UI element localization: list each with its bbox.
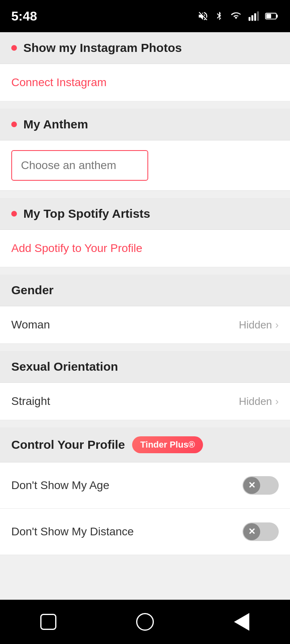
sexual-orientation-status-text: Hidden	[239, 395, 272, 408]
anthem-section-title: My Anthem	[23, 118, 88, 131]
svg-rect-0	[249, 17, 251, 21]
gender-title: Gender	[11, 283, 54, 297]
dont-show-distance-thumb: ✕	[243, 523, 260, 540]
signal-icon	[248, 10, 259, 22]
gender-status-text: Hidden	[239, 319, 272, 331]
status-bar: 5:48	[0, 0, 290, 32]
instagram-section-header: Show my Instagram Photos	[0, 32, 290, 64]
divider-3	[0, 267, 290, 275]
add-spotify-link[interactable]: Add Spotify to Your Profile	[0, 230, 290, 267]
anthem-bullet	[11, 122, 17, 127]
svg-rect-3	[257, 11, 259, 21]
status-time: 5:48	[11, 9, 37, 24]
gender-value: Woman	[11, 318, 50, 331]
divider-5	[0, 420, 290, 427]
control-profile-title: Control Your Profile	[11, 438, 125, 452]
gender-row[interactable]: Woman Hidden ›	[0, 306, 290, 344]
sexual-orientation-status: Hidden ›	[239, 395, 279, 408]
wifi-icon	[230, 10, 242, 22]
sexual-orientation-chevron: ›	[275, 395, 279, 408]
control-profile-header: Control Your Profile Tinder Plus®	[0, 427, 290, 462]
spotify-section-title: My Top Spotify Artists	[23, 207, 150, 221]
battery-icon	[265, 10, 279, 22]
dont-show-age-track: ✕	[242, 476, 279, 495]
gender-section-header: Gender	[0, 275, 290, 306]
nav-circle-icon	[136, 613, 154, 631]
nav-square-icon	[40, 614, 56, 630]
dont-show-distance-x-icon: ✕	[248, 527, 255, 536]
anthem-input-wrapper	[0, 140, 290, 191]
gender-chevron: ›	[275, 319, 279, 331]
divider-2	[0, 191, 290, 198]
svg-rect-5	[276, 14, 278, 17]
dont-show-distance-label: Don't Show My Distance	[11, 525, 134, 538]
dont-show-age-x-icon: ✕	[248, 481, 255, 490]
instagram-section-title: Show my Instagram Photos	[23, 41, 182, 55]
anthem-input[interactable]	[11, 150, 148, 181]
nav-back-button[interactable]	[226, 606, 258, 638]
tinder-plus-badge: Tinder Plus®	[132, 436, 203, 453]
status-icons	[197, 10, 279, 22]
spotify-bullet	[11, 211, 17, 217]
svg-rect-2	[254, 13, 256, 21]
instagram-bullet	[11, 45, 17, 51]
connect-instagram-link[interactable]: Connect Instagram	[0, 64, 290, 101]
dont-show-age-thumb: ✕	[243, 477, 260, 494]
dont-show-age-row: Don't Show My Age ✕	[0, 462, 290, 509]
dont-show-distance-toggle[interactable]: ✕	[242, 522, 279, 541]
sexual-orientation-value: Straight	[11, 395, 50, 408]
nav-bar	[0, 600, 290, 644]
dont-show-distance-row: Don't Show My Distance ✕	[0, 509, 290, 555]
sexual-orientation-row[interactable]: Straight Hidden ›	[0, 383, 290, 420]
svg-rect-1	[251, 15, 253, 21]
nav-back-icon	[234, 613, 249, 631]
main-content: Show my Instagram Photos Connect Instagr…	[0, 32, 290, 600]
dont-show-age-toggle[interactable]: ✕	[242, 476, 279, 495]
divider-4	[0, 344, 290, 351]
sexual-orientation-title: Sexual Orientation	[11, 360, 118, 373]
nav-square-button[interactable]	[32, 606, 64, 638]
divider-1	[0, 101, 290, 109]
dont-show-distance-track: ✕	[242, 522, 279, 541]
spotify-section-header: My Top Spotify Artists	[0, 198, 290, 230]
nav-home-button[interactable]	[129, 606, 161, 638]
gender-status: Hidden ›	[239, 319, 279, 331]
mute-icon	[197, 10, 209, 22]
anthem-section-header: My Anthem	[0, 109, 290, 140]
bluetooth-icon	[214, 10, 224, 22]
sexual-orientation-section-header: Sexual Orientation	[0, 351, 290, 383]
dont-show-age-label: Don't Show My Age	[11, 479, 109, 492]
svg-rect-6	[266, 14, 271, 19]
